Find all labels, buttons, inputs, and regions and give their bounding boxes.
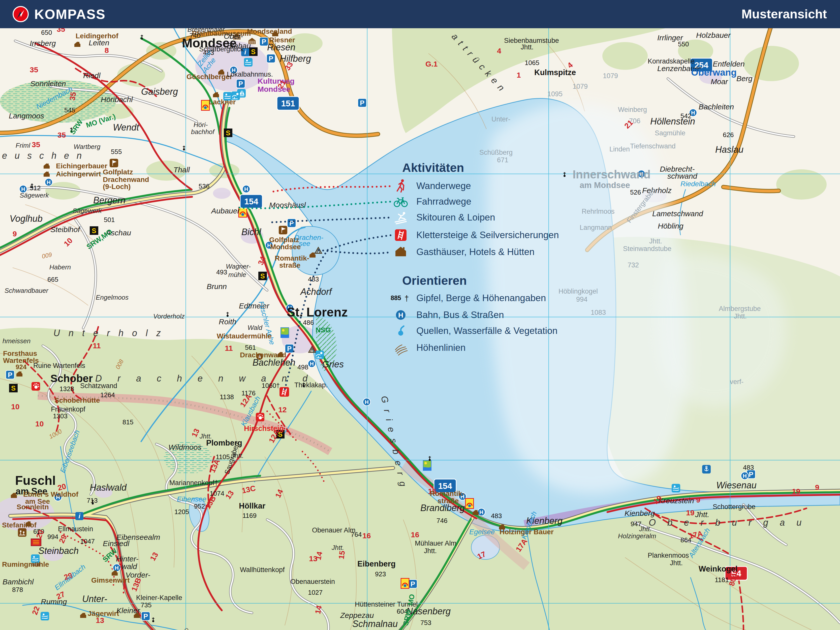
faded-label: Schüßberg — [479, 149, 513, 156]
faded-label: Innerschwand — [573, 168, 651, 181]
place-label: Irrsberg — [30, 39, 56, 47]
legend-activities-title: Aktivitäten — [402, 161, 464, 174]
place-label: Schatzwand — [80, 382, 117, 390]
place-label: Haslau — [715, 144, 744, 155]
place-label: Jhtt. — [670, 559, 683, 567]
faded-label: Tiefenschwand — [630, 142, 676, 150]
place-label: Riedl — [83, 71, 101, 80]
faded-label: Weinberg — [618, 106, 647, 114]
legend-item-label: Skitouren & Loipen — [416, 212, 495, 223]
route-number-label: 35 — [57, 28, 65, 33]
place-label: 545 — [64, 106, 75, 114]
place-label: 815 — [123, 418, 133, 426]
place-label: Zeppezau — [340, 611, 374, 619]
place-label: 1303 — [53, 412, 68, 420]
faded-label: Höblingkogel — [559, 287, 598, 295]
route-number-label: 19 — [686, 508, 694, 517]
place-label: Plankenmoos — [648, 552, 689, 559]
place-label: Vorderholz — [153, 313, 185, 320]
bus-icon — [45, 178, 52, 186]
place-label: Konradskapelle — [648, 57, 695, 65]
faded-label: Rehrlmoos — [582, 208, 615, 215]
route-number-label: 9 — [696, 496, 700, 504]
place-label: Eibenseealm — [117, 533, 160, 541]
place-label: Hirschsteig — [244, 425, 284, 433]
place-label: schwand — [667, 172, 698, 180]
place-label: Wartberg — [74, 143, 101, 150]
route-number-label: 4 — [497, 47, 501, 55]
place-label: Holzbauer — [696, 31, 731, 39]
place-label: Wagner- — [226, 262, 251, 270]
legend-item-label: Klettersteige & Seilversicherungen — [416, 230, 559, 240]
map-svg: P S i H H — [0, 28, 840, 630]
place-label: mühle — [228, 271, 246, 278]
logo-green-icon — [423, 460, 431, 471]
place-label: Habern — [49, 263, 71, 271]
route-number-label: 11 — [225, 344, 233, 352]
place-label: Wald — [248, 324, 263, 332]
poi-label: Romantik- — [430, 489, 464, 497]
place-label: 665 — [47, 276, 58, 283]
place-label: St. Lorenz — [287, 305, 348, 319]
place-label: 713 — [87, 497, 98, 504]
faded-label: Sagmühle — [655, 129, 685, 137]
place-label: Riesen — [267, 42, 295, 52]
place-label: Ober- — [224, 32, 243, 40]
map-canvas: P S i H H — [0, 28, 840, 630]
place-label: Leiten — [89, 39, 109, 47]
parking-icon — [237, 79, 245, 88]
place-label: bachhof — [191, 128, 215, 136]
legend-item-activity: Gasthäuser, Hotels & Hütten — [395, 247, 535, 257]
faded-label: Unter- — [491, 115, 510, 123]
place-label: 1181 — [715, 576, 729, 584]
faded-label: Almbergstube — [719, 305, 761, 313]
place-label: Höllkar — [239, 502, 265, 510]
place-label: Thall — [174, 166, 190, 174]
place-label: Entfelden — [713, 60, 745, 68]
place-label: Ellmaustein — [58, 525, 93, 533]
place-label: Sägewerk — [73, 207, 102, 215]
place-label: 1205 — [174, 508, 189, 516]
logo-sun-icon — [466, 499, 474, 508]
page-title: Musteransicht — [742, 7, 827, 21]
place-label: 498 — [297, 363, 308, 371]
route-number-label: 9 — [815, 483, 819, 491]
poi-label: Drachenwand — [103, 176, 149, 183]
poi-label: Rumingmühle — [2, 561, 49, 568]
legend-item-label: Fahrradwege — [416, 196, 471, 207]
place-label: Schwandbauer — [5, 287, 49, 294]
place-label: U n t e r h o l z — [54, 328, 164, 338]
place-label: Eibenberg — [357, 559, 396, 568]
road-shield: 154 — [240, 194, 262, 208]
legend-item-label: Bahn, Bus & Straßen — [416, 310, 504, 320]
poi-label: Romantik- — [275, 254, 309, 262]
place-label: Höribachl — [101, 95, 133, 104]
poi-label: Schoberhütte — [54, 396, 100, 404]
place-label: 1047 — [80, 537, 95, 545]
place-label: Bachleiten — [699, 103, 734, 111]
faded-label: Jhtt. — [734, 313, 747, 320]
place-label: Obenauerstein — [291, 578, 335, 586]
faded-label: Steinwandstube — [623, 245, 671, 253]
place-label: -wald — [119, 562, 137, 570]
route-number-label: 9 — [13, 230, 17, 238]
kompass-logo: KOMPASS — [12, 5, 106, 23]
route-number-label: 16 — [411, 531, 419, 539]
road-shield-number: 154 — [438, 481, 452, 491]
route-number-label: 10 — [35, 420, 44, 428]
place-label: Jhtt. — [521, 43, 534, 51]
place-label: Mariannenkopf† — [169, 479, 218, 486]
compass-icon — [12, 5, 30, 23]
faded-label: Jhtt. — [649, 237, 662, 245]
place-label: 746 — [436, 517, 447, 524]
faded-label: 1083 — [591, 309, 606, 316]
redbox-icon — [31, 539, 41, 546]
place-label: Obenauer Alm — [312, 526, 355, 534]
place-label: Unter- — [82, 594, 107, 604]
water-label: Egelsee — [469, 528, 495, 536]
place-label: D r a c h e n w a n d — [95, 373, 314, 384]
place-label: Nasenberg — [406, 606, 451, 616]
faded-label: 1079 — [573, 83, 588, 90]
place-label: 740 — [189, 32, 201, 39]
brand-name: KOMPASS — [34, 6, 106, 22]
